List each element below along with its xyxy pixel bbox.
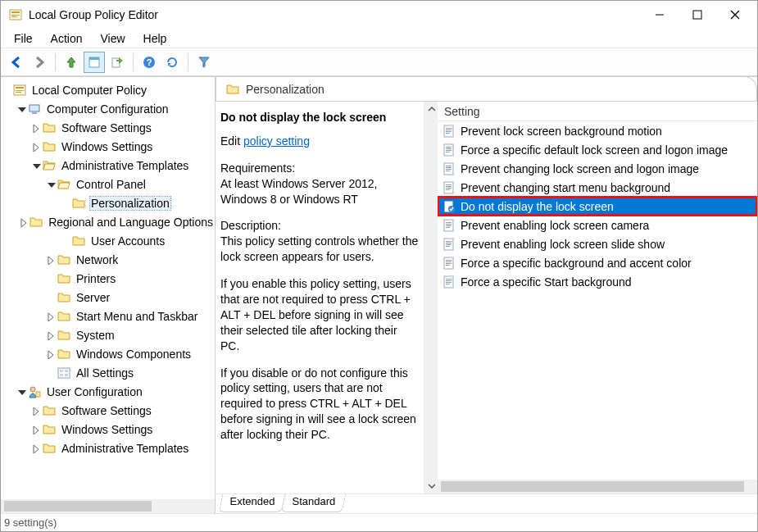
twisty-closed-icon[interactable] <box>30 122 42 134</box>
tree-user-software[interactable]: Software Settings <box>1 401 215 420</box>
folder-icon <box>226 83 239 96</box>
tree-network[interactable]: Network <box>1 250 215 269</box>
maximize-button[interactable] <box>679 2 716 27</box>
minimize-button[interactable] <box>641 2 679 27</box>
list-item[interactable]: Prevent changing lock screen and logon i… <box>438 159 757 178</box>
list-item[interactable]: Prevent changing start menu background <box>438 178 757 197</box>
description-label: Description: <box>220 218 419 234</box>
twisty-open-icon[interactable] <box>16 103 27 115</box>
menu-help[interactable]: Help <box>135 30 175 47</box>
twisty-closed-icon[interactable] <box>30 405 42 416</box>
back-button[interactable] <box>6 52 27 73</box>
menubar: File Action View Help <box>1 29 757 48</box>
menu-action[interactable]: Action <box>43 30 91 47</box>
tree-computer-configuration[interactable]: Computer Configuration <box>1 99 215 118</box>
chevron-down-icon[interactable] <box>427 482 435 490</box>
twisty-closed-icon[interactable] <box>30 141 42 152</box>
tree-pane: Local Computer Policy Computer Configura… <box>1 77 216 513</box>
description-p1: This policy setting controls whether the… <box>220 234 419 265</box>
tree-admin-templates[interactable]: Administrative Templates <box>1 156 215 175</box>
chevron-up-icon[interactable] <box>427 105 435 113</box>
tree-printers[interactable]: Printers <box>1 269 215 288</box>
tree-all-settings[interactable]: All Settings <box>1 363 215 382</box>
list-item[interactable]: Force a specific background and accent c… <box>438 253 757 272</box>
window-title: Local Group Policy Editor <box>29 8 641 21</box>
policy-icon <box>443 125 456 138</box>
requirements-label: Requirements: <box>220 161 419 176</box>
content-header: Personalization <box>216 77 757 102</box>
tree-server[interactable]: Server <box>1 288 215 307</box>
tree-user-admin-templates[interactable]: Administrative Templates <box>1 439 215 457</box>
tab-standard[interactable]: Standard <box>281 494 346 512</box>
detail-vscrollbar[interactable] <box>424 102 438 493</box>
twisty-open-icon[interactable] <box>16 386 27 398</box>
twisty-closed-icon[interactable] <box>45 311 57 322</box>
list-item[interactable]: Prevent enabling lock screen camera <box>438 216 757 234</box>
list-hscrollbar[interactable] <box>438 480 757 493</box>
description-p2: If you enable this policy setting, users… <box>220 276 419 353</box>
list-item[interactable]: Force a specific Start background <box>438 272 757 291</box>
policy-icon <box>443 275 456 289</box>
list-item[interactable]: Prevent lock screen background motion <box>438 121 757 140</box>
twisty-closed-icon[interactable] <box>45 254 57 266</box>
tree-regional[interactable]: Regional and Language Options <box>1 212 215 231</box>
twisty-open-icon[interactable] <box>45 179 57 190</box>
tree-system[interactable]: System <box>1 325 215 344</box>
twisty-closed-icon[interactable] <box>30 424 42 435</box>
twisty-closed-icon[interactable] <box>19 216 29 228</box>
refresh-button[interactable] <box>161 52 183 73</box>
help-button[interactable] <box>138 52 160 73</box>
filter-button[interactable] <box>193 52 215 73</box>
status-text: 9 setting(s) <box>4 516 57 529</box>
tab-extended[interactable]: Extended <box>219 494 286 512</box>
tree-root[interactable]: Local Computer Policy <box>1 80 215 99</box>
app-window: Local Group Policy Editor File Action Vi… <box>0 0 758 532</box>
menu-view[interactable]: View <box>92 30 133 47</box>
detail-title: Do not display the lock screen <box>220 110 419 125</box>
tree-win-components[interactable]: Windows Components <box>1 344 215 363</box>
twisty-closed-icon[interactable] <box>30 443 42 454</box>
close-button[interactable] <box>716 2 754 27</box>
tree-user-accounts[interactable]: User Accounts <box>1 231 215 250</box>
settings-list[interactable]: Prevent lock screen background motion Fo… <box>438 121 757 480</box>
description-p3: If you disable or do not configure this … <box>220 366 419 443</box>
policy-icon <box>443 143 456 157</box>
detail-pane: Do not display the lock screen Edit poli… <box>216 102 424 493</box>
tree-user-windows[interactable]: Windows Settings <box>1 420 215 439</box>
content-header-title: Personalization <box>246 83 325 96</box>
policy-icon <box>443 181 456 194</box>
twisty-closed-icon[interactable] <box>45 330 57 341</box>
statusbar: 9 setting(s) <box>1 513 757 531</box>
tree-user-configuration[interactable]: User Configuration <box>1 382 215 401</box>
list-column-header[interactable]: Setting <box>438 102 757 121</box>
view-tabs: Extended Standard <box>216 493 757 513</box>
twisty-closed-icon[interactable] <box>45 348 57 360</box>
list-item[interactable]: Prevent enabling lock screen slide show <box>438 234 757 253</box>
edit-policy-link[interactable]: policy setting <box>243 134 310 148</box>
list-item[interactable]: Force a specific default lock screen and… <box>438 140 757 159</box>
nav-tree[interactable]: Local Computer Policy Computer Configura… <box>1 77 215 499</box>
app-icon <box>9 8 22 21</box>
tree-windows-settings[interactable]: Windows Settings <box>1 137 215 156</box>
tree-start-menu[interactable]: Start Menu and Taskbar <box>1 307 215 325</box>
tree-control-panel[interactable]: Control Panel <box>1 175 215 193</box>
toolbar <box>1 48 757 76</box>
tree-software-settings[interactable]: Software Settings <box>1 118 215 137</box>
policy-icon <box>443 257 456 270</box>
svg-rect-25 <box>693 11 701 19</box>
menu-file[interactable]: File <box>6 30 41 47</box>
requirements-text: At least Windows Server 2012, Windows 8 … <box>220 176 419 207</box>
policy-icon <box>443 162 456 175</box>
policy-icon <box>443 200 456 213</box>
titlebar[interactable]: Local Group Policy Editor <box>1 1 757 29</box>
show-tree-button[interactable] <box>84 52 105 73</box>
forward-button[interactable] <box>29 52 50 73</box>
up-button[interactable] <box>61 52 82 73</box>
tree-personalization[interactable]: Personalization <box>1 193 215 212</box>
policy-icon <box>443 238 456 251</box>
edit-prefix: Edit <box>220 134 243 148</box>
list-item-selected[interactable]: Do not display the lock screen <box>438 197 757 216</box>
twisty-open-icon[interactable] <box>30 160 42 171</box>
export-button[interactable] <box>107 52 128 73</box>
tree-hscrollbar[interactable] <box>1 499 215 513</box>
